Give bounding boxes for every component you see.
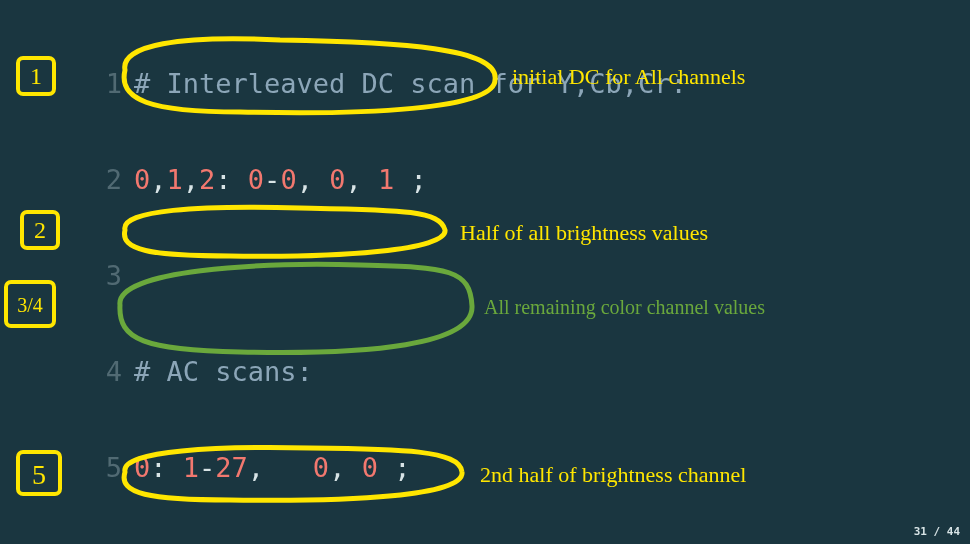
annotation-text-5: 2nd half of brightness channel bbox=[480, 462, 746, 488]
line-number: 1 bbox=[82, 60, 122, 108]
code-line-2: 20,1,2: 0-0, 0, 1 ; bbox=[82, 156, 687, 204]
comment: # AC scans: bbox=[134, 356, 313, 387]
line-number: 3 bbox=[82, 252, 122, 300]
code-line-6: 62: 1-63, 0, 0 ; bbox=[82, 540, 687, 544]
marker-box-34 bbox=[6, 282, 54, 326]
page-counter: 31 / 44 bbox=[914, 525, 960, 538]
marker-5-label: 5 bbox=[32, 459, 46, 490]
line-number: 4 bbox=[82, 348, 122, 396]
marker-34-label: 3/4 bbox=[17, 294, 43, 316]
line-number: 6 bbox=[82, 540, 122, 544]
marker-box-2 bbox=[22, 212, 58, 248]
annotation-text-3: All remaining color channel values bbox=[484, 296, 765, 319]
line-number: 2 bbox=[82, 156, 122, 204]
line-number: 5 bbox=[82, 444, 122, 492]
annotation-text-1: initial DC for All channels bbox=[512, 64, 745, 90]
marker-2-label: 2 bbox=[34, 217, 46, 243]
marker-1-label: 1 bbox=[30, 63, 42, 89]
code-line-4: 4# AC scans: bbox=[82, 348, 687, 396]
code-line-3: 3 bbox=[82, 252, 687, 300]
slide-stage: 1# Interleaved DC scan for Y,Cb,Cr: 20,1… bbox=[0, 0, 970, 544]
marker-box-5 bbox=[18, 452, 60, 494]
annotation-text-2: Half of all brightness values bbox=[460, 220, 708, 246]
marker-box-1 bbox=[18, 58, 54, 94]
